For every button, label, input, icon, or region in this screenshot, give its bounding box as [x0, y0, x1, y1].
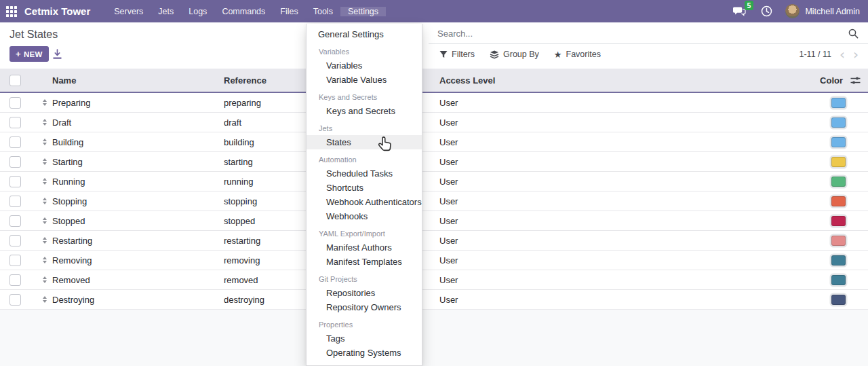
table-row[interactable]: Running running User [0, 172, 868, 191]
menu-jets[interactable]: Jets [151, 7, 181, 16]
menu-item-manifest-authors[interactable]: Manifest Authors [307, 240, 422, 255]
group-by-label: Group By [503, 50, 539, 59]
menu-settings[interactable]: Settings [340, 7, 386, 16]
table-row[interactable]: Starting starting User [0, 152, 868, 172]
control-panel: Jet States + NEW Search... Filters [0, 22, 868, 69]
pager-next-icon[interactable]: › [853, 48, 859, 61]
menu-item-states[interactable]: States [307, 135, 422, 149]
table-row[interactable]: Stopping stopping User [0, 191, 868, 211]
pager-range: 1-11 / 11 [800, 50, 832, 59]
table-row[interactable]: Destroying destroying User [0, 290, 868, 310]
menu-item-webhook-authenticators[interactable]: Webhook Authenticators [307, 195, 422, 209]
row-checkbox[interactable] [9, 215, 21, 227]
menu-logs[interactable]: Logs [181, 7, 214, 16]
menu-item-operating-systems[interactable]: Operating Systems [307, 346, 422, 360]
cell-access-level: User [439, 98, 831, 108]
color-swatch[interactable] [831, 117, 846, 128]
app-brand[interactable]: Cetmix Tower [23, 5, 97, 17]
messages-count-badge: 5 [745, 1, 754, 11]
menu-item-variables[interactable]: Variables [307, 58, 422, 73]
color-swatch[interactable] [831, 137, 846, 147]
row-checkbox[interactable] [9, 235, 21, 246]
table-row[interactable]: Removing removing User [0, 251, 868, 270]
search-bar[interactable]: Search... [429, 24, 868, 44]
row-checkbox[interactable] [9, 176, 21, 187]
menu-servers[interactable]: Servers [106, 7, 151, 16]
menu-item-repository-owners[interactable]: Repository Owners [307, 300, 422, 314]
menu-tools[interactable]: Tools [306, 7, 340, 16]
export-download-icon[interactable] [50, 48, 64, 61]
row-checkbox[interactable] [9, 255, 21, 266]
menu-item-webhooks[interactable]: Webhooks [307, 209, 422, 223]
table-row[interactable]: Draft draft User [0, 113, 868, 132]
color-swatch[interactable] [831, 177, 846, 187]
sliders-glyph [850, 76, 861, 85]
menu-item-keys-and-secrets[interactable]: Keys and Secrets [307, 104, 422, 118]
table-row[interactable]: Restarting restarting User [0, 231, 868, 251]
drag-handle-icon[interactable] [43, 158, 47, 165]
table-row[interactable]: Removed removed User [0, 270, 868, 290]
cell-name: Removed [52, 275, 224, 285]
table-row[interactable]: Stopped stopped User [0, 211, 868, 231]
table-row[interactable]: Building building User [0, 132, 868, 152]
messages-icon[interactable]: 5 [731, 3, 747, 20]
menu-item-repositories[interactable]: Repositories [307, 286, 422, 300]
column-header-name[interactable]: Name [52, 75, 224, 86]
menu-item-tags[interactable]: Tags [307, 331, 422, 346]
favorites-button[interactable]: ★ Favorites [554, 50, 601, 60]
drag-handle-icon[interactable] [43, 237, 47, 244]
menu-item-manifest-templates[interactable]: Manifest Templates [307, 255, 422, 269]
color-swatch[interactable] [831, 295, 846, 305]
menu-item-general-settings[interactable]: General Settings [307, 27, 422, 41]
new-button[interactable]: + NEW [9, 46, 49, 62]
drag-handle-icon[interactable] [43, 139, 47, 145]
search-icon[interactable] [848, 29, 859, 39]
pager-prev-icon[interactable]: ‹ [840, 48, 845, 61]
menu-commands[interactable]: Commands [214, 7, 273, 16]
drag-handle-icon[interactable] [43, 296, 47, 303]
drag-handle-icon[interactable] [43, 257, 47, 263]
drag-handle-icon[interactable] [43, 276, 47, 283]
row-checkbox[interactable] [9, 274, 21, 286]
menu-item-shortcuts[interactable]: Shortcuts [307, 181, 422, 195]
filters-button[interactable]: Filters [439, 50, 475, 59]
user-menu[interactable]: Mitchell Admin [785, 4, 860, 18]
row-checkbox[interactable] [9, 156, 21, 168]
color-swatch[interactable] [831, 236, 846, 246]
column-header-access-level[interactable]: Access Level [439, 75, 820, 86]
search-input[interactable]: Search... [437, 29, 848, 39]
clock-glyph [761, 5, 772, 17]
color-swatch[interactable] [831, 255, 846, 266]
cell-access-level: User [439, 216, 831, 226]
table-row[interactable]: Preparing preparing User [0, 93, 868, 113]
menu-item-scheduled-tasks[interactable]: Scheduled Tasks [307, 166, 422, 181]
cell-access-level: User [439, 275, 831, 285]
download-glyph [52, 49, 62, 60]
color-swatch[interactable] [831, 157, 846, 167]
apps-grid-icon[interactable] [0, 0, 23, 22]
column-header-color[interactable]: Color [820, 75, 843, 86]
color-swatch[interactable] [831, 216, 846, 226]
search-options-row: Filters Group By ★ Favorites 1-11 / 11 ‹… [429, 45, 868, 64]
color-swatch[interactable] [831, 196, 846, 206]
drag-handle-icon[interactable] [43, 198, 47, 204]
menu-files[interactable]: Files [273, 7, 305, 16]
color-swatch[interactable] [831, 275, 846, 285]
drag-handle-icon[interactable] [43, 178, 47, 185]
color-swatch[interactable] [831, 98, 846, 108]
drag-handle-icon[interactable] [43, 217, 47, 224]
row-checkbox[interactable] [9, 294, 21, 306]
cell-name: Draft [52, 117, 224, 128]
drag-handle-icon[interactable] [43, 119, 47, 126]
select-all-checkbox[interactable] [9, 75, 21, 86]
row-checkbox[interactable] [9, 136, 21, 148]
optional-columns-icon[interactable] [850, 75, 861, 86]
row-checkbox[interactable] [9, 196, 21, 207]
row-checkbox[interactable] [9, 97, 21, 109]
menu-item-variable-values[interactable]: Variable Values [307, 73, 422, 87]
activities-clock-icon[interactable] [758, 3, 774, 20]
drag-handle-icon[interactable] [43, 99, 47, 106]
row-checkbox[interactable] [9, 117, 21, 128]
menu-section-properties: Properties [307, 318, 422, 331]
group-by-button[interactable]: Group By [490, 50, 539, 59]
